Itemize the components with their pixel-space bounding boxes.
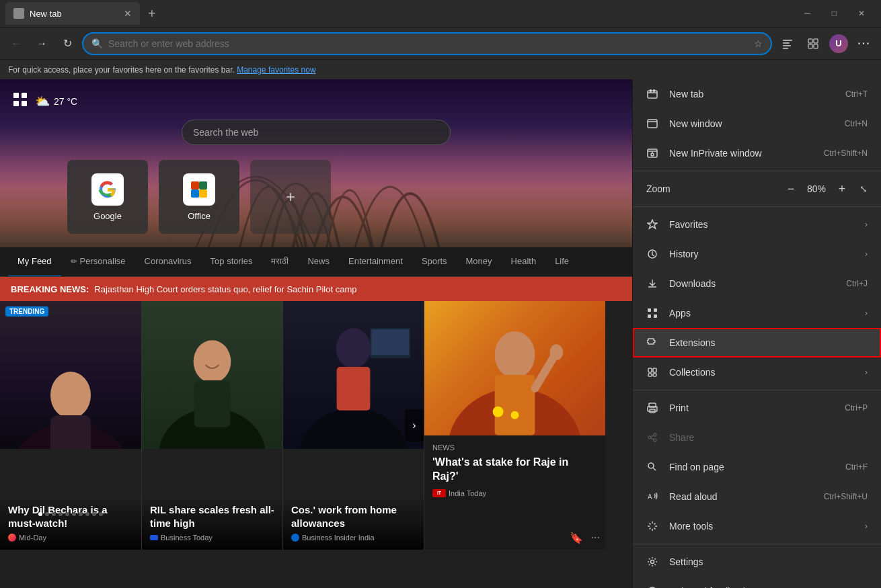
- browser-body: ⛅ 27 °C: [0, 79, 881, 588]
- refresh-button[interactable]: ↻: [56, 33, 78, 54]
- menu-item-collections[interactable]: Collections ›: [633, 358, 881, 387]
- menu-item-read-aloud[interactable]: A Read aloud Ctrl+Shift+U: [633, 482, 881, 511]
- google-icon: [91, 173, 124, 206]
- tab-money[interactable]: Money: [457, 247, 502, 277]
- menu-item-settings[interactable]: Settings: [633, 547, 881, 577]
- collections-button[interactable]: [802, 32, 825, 55]
- tab-favicon: [13, 8, 24, 19]
- menu-item-find[interactable]: Find on page Ctrl+F: [633, 452, 881, 482]
- tab-news[interactable]: News: [298, 247, 339, 277]
- minimize-button[interactable]: ─: [794, 2, 821, 25]
- menu-item-share[interactable]: Share: [633, 423, 881, 452]
- tab-my-feed[interactable]: My Feed: [8, 247, 61, 277]
- new-tab-button[interactable]: +: [143, 3, 161, 24]
- news-card-1[interactable]: TRENDING Why Dil Bechara is a must-watch…: [0, 301, 141, 550]
- midday-source-icon: [8, 534, 16, 542]
- svg-rect-51: [648, 374, 652, 376]
- menu-item-new-window[interactable]: New window Ctrl+N: [633, 109, 881, 138]
- profile-button[interactable]: U: [827, 32, 850, 55]
- card-3-overlay: Cos.' work from home allowances Business…: [283, 495, 424, 550]
- collections-label: Collections: [669, 367, 854, 378]
- apps-arrow: ›: [865, 308, 868, 318]
- svg-rect-12: [13, 93, 19, 98]
- search-bar[interactable]: [182, 120, 451, 145]
- manage-favorites-link[interactable]: Manage favorites now: [237, 65, 315, 75]
- news-card-3[interactable]: Cos.' work from home allowances Business…: [282, 301, 424, 550]
- news-card-large[interactable]: NEWS 'What's at stake for Raje in Raj?' …: [424, 301, 605, 550]
- tab-close-button[interactable]: ✕: [124, 8, 132, 19]
- dot-5: [65, 512, 69, 516]
- large-card-title: 'What's at stake for Raje in Raj?': [432, 456, 597, 484]
- apps-grid-button[interactable]: [13, 93, 27, 110]
- maximize-button[interactable]: □: [821, 2, 847, 25]
- extensions-icon: [646, 337, 658, 349]
- menu-item-downloads[interactable]: Downloads Ctrl+J: [633, 269, 881, 298]
- context-menu: New tab Ctrl+T New window Ctrl+N New InP…: [632, 79, 881, 588]
- menu-item-more-tools[interactable]: More tools ›: [633, 511, 881, 541]
- svg-point-27: [336, 328, 371, 368]
- more-options-button[interactable]: ···: [591, 532, 600, 544]
- search-input[interactable]: [182, 120, 451, 145]
- life-label: Life: [555, 256, 569, 266]
- tab-health[interactable]: Health: [502, 247, 546, 277]
- svg-point-35: [549, 344, 563, 360]
- read-view-button[interactable]: [776, 32, 799, 55]
- tab-entertainment[interactable]: Entertainment: [339, 247, 412, 277]
- my-feed-label: My Feed: [17, 256, 52, 266]
- tab-life[interactable]: Life: [545, 247, 578, 277]
- avatar: U: [829, 34, 848, 53]
- carousel-next-button[interactable]: ›: [405, 409, 424, 442]
- tab-sports[interactable]: Sports: [412, 247, 457, 277]
- print-icon: [646, 402, 658, 414]
- active-tab[interactable]: New tab ✕: [5, 2, 140, 25]
- menu-button[interactable]: ···: [853, 32, 876, 55]
- tab-marathi[interactable]: मराठी: [262, 247, 298, 277]
- menu-item-inprivate[interactable]: New InPrivate window Ctrl+Shift+N: [633, 138, 881, 168]
- tab-personalise[interactable]: ✏ Personalise: [61, 247, 135, 277]
- svg-rect-39: [650, 89, 652, 92]
- svg-rect-47: [648, 314, 651, 318]
- svg-rect-52: [653, 374, 656, 376]
- history-icon: [646, 248, 658, 260]
- menu-item-extensions[interactable]: Extensions: [633, 328, 881, 358]
- quick-link-google[interactable]: Google: [67, 160, 148, 234]
- menu-item-print[interactable]: Print Ctrl+P: [633, 393, 881, 423]
- search-icon: 🔍: [91, 38, 103, 49]
- zoom-value: 80%: [804, 183, 829, 194]
- bookmark-button[interactable]: 🔖: [570, 532, 583, 544]
- zoom-label: Zoom: [646, 183, 777, 194]
- svg-rect-1: [20, 9, 23, 13]
- address-input[interactable]: [108, 38, 749, 49]
- breaking-news-bar: BREAKING NEWS: Rajasthan High Court orde…: [0, 277, 632, 301]
- close-button[interactable]: ✕: [847, 2, 876, 25]
- quick-link-office[interactable]: Office: [159, 160, 239, 234]
- settings-icon: [646, 556, 658, 568]
- zoom-in-button[interactable]: +: [834, 181, 850, 197]
- card-3-source: Business Insider India: [291, 534, 416, 542]
- menu-item-new-tab[interactable]: New tab Ctrl+T: [633, 79, 881, 109]
- print-shortcut: Ctrl+P: [845, 403, 868, 413]
- svg-rect-30: [371, 329, 409, 355]
- zoom-fullscreen-button[interactable]: ⤡: [859, 183, 868, 194]
- svg-rect-2: [15, 14, 18, 17]
- menu-item-apps[interactable]: Apps ›: [633, 298, 881, 328]
- svg-rect-6: [783, 45, 791, 46]
- news-card-2[interactable]: RIL share scales fresh all-time high Bus…: [141, 301, 282, 550]
- tab-coronavirus[interactable]: Coronavirus: [135, 247, 201, 277]
- menu-item-favorites[interactable]: Favorites ›: [633, 210, 881, 239]
- zoom-out-button[interactable]: −: [783, 181, 799, 197]
- svg-rect-22: [50, 415, 91, 449]
- tab-top-stories[interactable]: Top stories: [201, 247, 262, 277]
- favorites-icon[interactable]: ☆: [754, 38, 763, 49]
- divider-2: [633, 206, 881, 207]
- large-card-category: NEWS: [432, 444, 597, 452]
- forward-button[interactable]: →: [31, 33, 52, 54]
- menu-item-history[interactable]: History ›: [633, 239, 881, 269]
- back-button[interactable]: ←: [5, 33, 27, 54]
- downloads-label: Downloads: [669, 278, 835, 289]
- svg-text:A: A: [648, 493, 652, 501]
- add-quick-link-button[interactable]: +: [250, 160, 331, 234]
- menu-item-help[interactable]: Help and feedback ›: [633, 577, 881, 588]
- address-bar[interactable]: 🔍 ☆: [82, 32, 772, 55]
- svg-point-37: [511, 411, 519, 419]
